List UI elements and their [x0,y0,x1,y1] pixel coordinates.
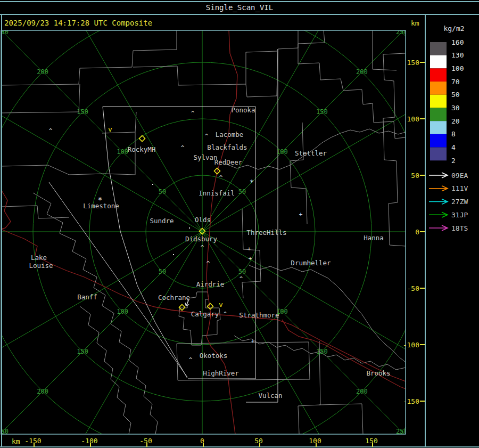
x-axis-label: 150 [365,437,377,445]
dot-marker [152,184,153,185]
legend-value-label: 20 [451,117,460,125]
city-label: Hanna [364,234,384,242]
ring-distance-label: 50 [159,188,166,196]
legend-color-swatch [430,134,447,148]
ring-distance-label: 150 [316,348,328,355]
city-label: Airdrie [196,280,225,288]
town-caret-marker: ^ [240,275,243,282]
plus-marker: + [249,255,252,262]
legend-color-swatch [430,55,447,69]
legend-value-label: 160 [451,38,464,46]
plus-marker: + [247,246,251,252]
city-label: HighRiver [203,369,239,377]
county-boundary [373,30,397,70]
city-label: Banff [77,293,97,301]
city-label: RockyMH [128,145,156,153]
city-label: Cochrane [158,294,190,302]
city-label: ThreeHills [246,229,286,237]
ring-distance-label: 100 [117,308,128,315]
county-boundary [102,112,136,133]
x-axis-label: -100 [81,437,97,445]
asterisk-marker: * [98,196,102,204]
dot-marker [189,227,190,229]
county-boundary [1,206,69,218]
y-axis-label: -150 [403,397,419,405]
x-axis-label: -50 [139,437,152,445]
legend-value-label: 130 [451,51,464,59]
radial-spoke [202,82,463,232]
town-caret-marker: ^ [224,311,227,317]
plus-marker: + [251,338,255,345]
legend-value-label: 8 [451,130,456,138]
city-label: Strathmore [239,311,279,319]
radar-app-window: Single_Scan_VIL 2025/09/23 14:17:28 UTC … [0,0,479,448]
city-label: Didsbury [185,235,218,243]
x-axis-label: 50 [254,437,263,445]
highway [1,190,11,229]
county-boundary [319,404,363,434]
legend-color-swatch [430,121,447,134]
legend-value-label: 30 [451,104,460,112]
town-caret-marker: ^ [205,133,209,140]
town-caret-marker: ^ [49,127,53,134]
county-boundary [298,30,406,139]
asterisk-marker: * [250,178,254,186]
city-label: Louise [29,262,53,270]
ring-distance-label: 150 [316,108,328,116]
storm-track-label: 18TS [451,224,468,232]
city-label: Calgary [191,310,219,318]
city-label: Lake [31,254,47,262]
ring-distance-label: 50 [238,188,246,196]
radial-spoke [202,19,415,232]
city-label: Lacombe [216,131,244,139]
radial-spoke [52,232,203,448]
ring-distance-label: 150 [77,348,88,355]
ring-distance-label: 50 [238,268,246,275]
city-label: Brooks [366,369,390,377]
county-boundary [383,53,406,246]
y-axis-label: 0 [415,228,419,236]
storm-track-label: 111V [451,184,468,192]
radial-spoke [202,0,353,232]
city-label: Sundre [150,217,174,225]
county-boundary [1,30,177,85]
y-axis-label: 100 [407,115,419,123]
city-label: Vulcan [258,392,282,400]
city-label: Drumheller [291,259,331,267]
town-caret-marker: ^ [201,244,204,251]
legend-color-swatch [430,108,447,121]
county-boundary [133,30,298,97]
river-boundary [33,193,158,434]
city-label: RedDeer [214,158,243,166]
town-caret-marker: ^ [207,260,210,267]
y-axis-label: -100 [403,341,419,349]
ring-distance-label: 100 [276,148,288,156]
city-label: Innisfail [199,189,235,197]
radial-spoke [52,0,203,232]
county-boundary [1,132,135,175]
x-axis-label: 100 [309,437,321,445]
ring-distance-label: 200 [37,68,48,76]
legend-color-swatch [430,148,447,161]
dot-marker [173,254,174,255]
plus-marker: + [299,211,303,218]
legend-value-label: 50 [451,91,460,99]
ring-distance-label: 50 [159,268,166,275]
ring-distance-label: 200 [356,68,368,76]
ring-distance-label: 200 [37,388,48,395]
scan-sector-outline [49,182,187,377]
ring-distance-label: 200 [356,388,368,395]
river-boundary [80,306,131,434]
legend-color-swatch [430,68,447,82]
town-caret-marker: ^ [191,110,195,117]
city-label: Okotoks [200,352,228,360]
scan-sector-outline [246,49,278,402]
storm-motion-arrow-yellow: v [219,300,223,308]
radar-map-canvas: 5010015020025050100150200250501001502002… [0,0,479,448]
city-label: Stettler [295,149,327,157]
legend-value-label: 4 [451,143,456,151]
y-axis-label: -50 [407,284,419,292]
storm-track-label: 31JP [451,211,468,219]
storm-track-label: 27ZW [451,198,468,206]
legend-color-swatch [430,95,447,108]
